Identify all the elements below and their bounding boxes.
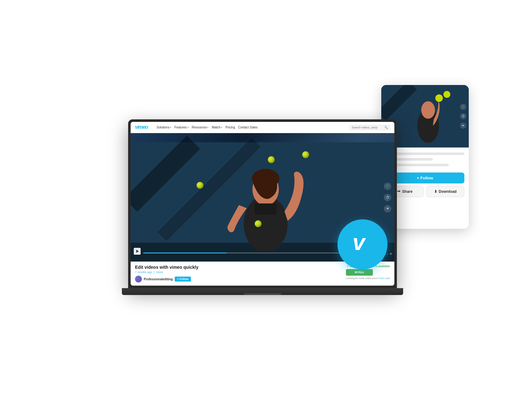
post-job-link[interactable]: Post a job: [379, 277, 390, 280]
search-input[interactable]: [352, 126, 383, 129]
navbar: vimeo Solutions ▾ Features ▾ Resources ▾: [131, 122, 394, 133]
bg-clock-icon[interactable]: ⏱: [460, 113, 466, 119]
watch-later-icon[interactable]: ⏱: [384, 194, 391, 201]
like-icon[interactable]: ♡: [384, 182, 391, 190]
chevron-down-icon: ▾: [207, 126, 208, 129]
vimeo-logo: vimeo: [135, 124, 152, 131]
follow-button-small[interactable]: + Follow: [175, 277, 191, 282]
laptop-base: [122, 288, 403, 295]
nav-features[interactable]: Features ▾: [174, 126, 188, 129]
share-icon[interactable]: ✈: [384, 205, 391, 212]
svg-text:v: v: [352, 230, 366, 254]
bg-device-side-icons: ♡ ⏱ ✈: [460, 104, 466, 129]
svg-point-15: [443, 91, 450, 98]
share-icon: ⮕: [397, 189, 401, 194]
bg-send-icon[interactable]: ✈: [460, 122, 466, 129]
download-icon: ⬇: [434, 189, 437, 194]
settings-icon[interactable]: ⚙: [390, 252, 392, 255]
video-side-icons: ♡ ⏱ ✈: [384, 182, 391, 212]
svg-point-13: [421, 101, 435, 119]
video-author-row: Professionalediting + Follow: [135, 276, 198, 282]
nav-solutions[interactable]: Solutions ▾: [157, 126, 171, 129]
avatar: [135, 276, 142, 282]
search-box[interactable]: 🔍: [350, 125, 390, 130]
tennis-ball-3: [197, 182, 203, 189]
post-job-text: Looking for more video pros? Post a job: [346, 277, 390, 280]
nav-watch[interactable]: Watch ▾: [212, 126, 222, 129]
chevron-down-icon: ▾: [170, 126, 171, 129]
video-title: Edit videos with vimeo quickly: [135, 265, 198, 270]
author-name: Professionalediting: [144, 278, 173, 281]
bg-device-actions: + Follow ⮕ Share ⬇ Download: [386, 172, 464, 197]
placeholder-bar-1: [386, 152, 464, 155]
svg-point-14: [435, 94, 443, 102]
search-icon: 🔍: [384, 126, 388, 129]
play-button[interactable]: [134, 248, 141, 255]
tennis-ball-2: [302, 151, 309, 158]
vimeo-v-icon: v: [350, 229, 375, 258]
bg-device-bottom-row: ⮕ Share ⬇ Download: [386, 186, 464, 197]
scene: vimeo Solutions ▾ Features ▾ Resources ▾: [75, 69, 450, 351]
svg-text:vimeo: vimeo: [135, 124, 148, 130]
video-time: 7 months ago: [135, 271, 152, 274]
chevron-down-icon: ▾: [221, 126, 222, 129]
tennis-ball-4: [255, 220, 262, 227]
laptop: vimeo Solutions ▾ Features ▾ Resources ▾: [128, 119, 397, 301]
video-meta: 7 months ago | More: [135, 271, 198, 274]
nav-pricing[interactable]: Pricing: [225, 126, 235, 129]
chevron-down-icon: ▾: [188, 126, 189, 129]
play-triangle-icon: [136, 250, 139, 253]
hire-button[interactable]: ✉ Hire: [346, 269, 373, 276]
video-separator: |: [154, 271, 155, 274]
bg-like-icon[interactable]: ♡: [460, 104, 466, 110]
video-more-link[interactable]: More: [157, 271, 163, 274]
vimeo-circle-badge: v: [338, 219, 388, 269]
progress-fill: [143, 252, 227, 253]
follow-button[interactable]: + Follow: [386, 172, 464, 183]
tennis-ball-1: [268, 156, 275, 163]
video-left-info: Edit videos with vimeo quickly 7 months …: [135, 265, 198, 282]
download-button[interactable]: ⬇ Download: [426, 186, 464, 197]
nav-resources[interactable]: Resources ▾: [192, 126, 209, 129]
nav-contact-sales[interactable]: Contact Sales: [238, 126, 258, 129]
